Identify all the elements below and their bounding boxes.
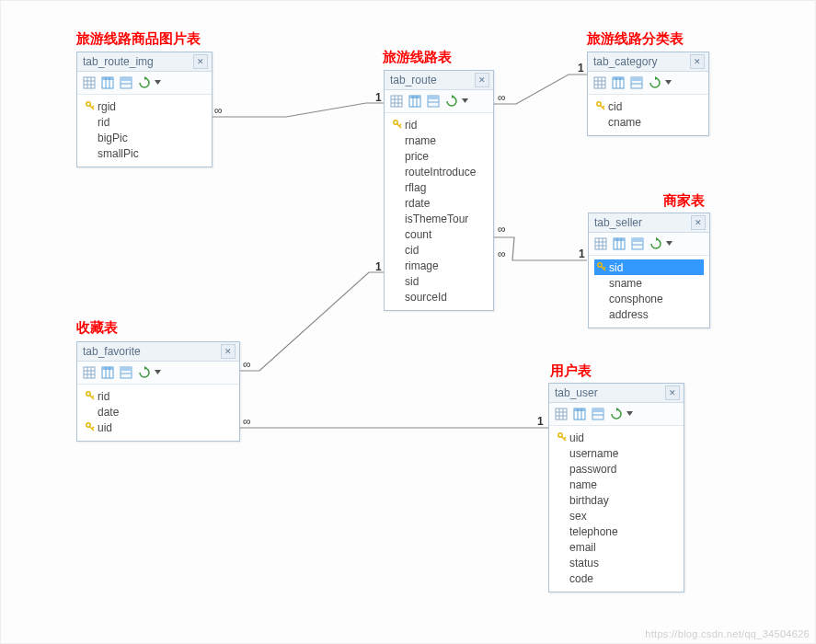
field-row[interactable]: rname	[390, 132, 488, 148]
columns-icon[interactable]	[407, 93, 423, 109]
field-name: address	[609, 308, 649, 321]
grid-icon[interactable]	[388, 93, 405, 109]
field-row[interactable]: sid	[390, 273, 488, 289]
close-icon[interactable]: ✕	[475, 73, 489, 87]
field-name: rimage	[405, 259, 439, 272]
grid-icon[interactable]	[592, 236, 609, 252]
field-name: status	[569, 557, 599, 569]
entity-titlebar[interactable]: tab_user✕	[549, 384, 684, 403]
entity-user[interactable]: tab_user✕uidusernamepasswordnamebirthday…	[548, 383, 684, 592]
field-row[interactable]: uid	[555, 430, 678, 445]
dropdown-arrow-icon[interactable]	[155, 75, 161, 89]
field-row[interactable]: password	[555, 461, 678, 477]
dropdown-arrow-icon[interactable]	[626, 406, 633, 420]
card-route-many-cat: ∞	[498, 91, 506, 104]
entity-favorite[interactable]: tab_favorite✕riddateuid	[76, 341, 240, 442]
close-icon[interactable]: ✕	[665, 385, 680, 400]
entity-route[interactable]: tab_route✕ridrnamepricerouteIntroducerfl…	[384, 70, 494, 311]
table-icon[interactable]	[118, 364, 134, 381]
field-row[interactable]: price	[390, 148, 488, 164]
refresh-icon[interactable]	[136, 364, 153, 381]
field-row[interactable]: sex	[555, 508, 678, 523]
entity-seller[interactable]: tab_seller✕sidsnameconsphoneaddress	[588, 213, 710, 328]
field-row[interactable]: routeIntroduce	[390, 164, 488, 179]
field-row[interactable]: cname	[593, 114, 703, 130]
close-icon[interactable]: ✕	[193, 54, 208, 69]
field-name: rname	[405, 134, 436, 147]
entity-titlebar[interactable]: tab_route✕	[385, 71, 493, 90]
refresh-icon[interactable]	[648, 236, 664, 252]
entity-fields: rgidridbigPicsmallPic	[77, 95, 212, 167]
close-icon[interactable]: ✕	[221, 344, 236, 359]
field-row[interactable]: smallPic	[83, 145, 206, 161]
dropdown-arrow-icon[interactable]	[155, 364, 161, 379]
entity-titlebar[interactable]: tab_category✕	[588, 52, 708, 72]
field-row[interactable]: username	[555, 445, 678, 461]
field-row[interactable]: date	[83, 404, 234, 420]
field-row[interactable]: sname	[594, 275, 704, 291]
table-icon[interactable]	[425, 93, 442, 109]
svg-rect-34	[594, 77, 605, 88]
field-row[interactable]: telephone	[555, 523, 678, 539]
field-row[interactable]: rdate	[390, 195, 488, 211]
field-row[interactable]: address	[594, 306, 704, 322]
field-row[interactable]: code	[555, 570, 678, 586]
entity-titlebar[interactable]: tab_seller✕	[589, 213, 709, 233]
entity-titlebar[interactable]: tab_route_img✕	[77, 52, 212, 72]
columns-icon[interactable]	[99, 364, 116, 381]
field-row[interactable]: sid	[594, 259, 704, 275]
columns-icon[interactable]	[571, 406, 588, 422]
dropdown-arrow-icon[interactable]	[666, 236, 672, 250]
entity-route-img[interactable]: tab_route_img✕rgidridbigPicsmallPic	[76, 52, 213, 167]
table-icon[interactable]	[590, 406, 606, 422]
field-row[interactable]: cid	[390, 242, 488, 258]
close-icon[interactable]: ✕	[691, 215, 706, 230]
refresh-icon[interactable]	[647, 75, 663, 91]
close-icon[interactable]: ✕	[690, 54, 705, 69]
field-row[interactable]: rimage	[390, 258, 488, 273]
table-icon[interactable]	[118, 75, 134, 91]
refresh-icon[interactable]	[443, 93, 460, 109]
field-row[interactable]: consphone	[594, 291, 704, 306]
refresh-icon[interactable]	[608, 406, 625, 422]
field-row[interactable]: bigPic	[83, 130, 206, 145]
field-name: code	[569, 572, 593, 585]
grid-icon[interactable]	[81, 75, 98, 91]
refresh-icon[interactable]	[136, 75, 153, 91]
field-row[interactable]: status	[555, 555, 678, 570]
field-row[interactable]: isThemeTour	[390, 211, 488, 226]
svg-rect-98	[592, 408, 603, 412]
field-row[interactable]: uid	[83, 420, 234, 435]
field-row[interactable]: birthday	[555, 492, 678, 508]
columns-icon[interactable]	[611, 236, 627, 252]
columns-icon[interactable]	[99, 75, 116, 91]
caption-category: 旅游线路分类表	[587, 30, 684, 48]
columns-icon[interactable]	[610, 75, 626, 91]
field-row[interactable]: rid	[390, 117, 488, 132]
field-row[interactable]: rflag	[390, 179, 488, 195]
dropdown-arrow-icon[interactable]	[665, 75, 672, 89]
dropdown-arrow-icon[interactable]	[462, 93, 468, 108]
entity-titlebar[interactable]: tab_favorite✕	[77, 342, 239, 362]
grid-icon[interactable]	[81, 364, 98, 381]
field-row[interactable]: count	[390, 226, 488, 242]
field-row[interactable]: sourceId	[390, 289, 488, 305]
field-row[interactable]: email	[555, 539, 678, 555]
field-row[interactable]: rid	[83, 114, 206, 130]
field-row[interactable]: name	[555, 477, 678, 492]
table-icon[interactable]	[628, 75, 645, 91]
svg-line-104	[564, 437, 566, 439]
svg-rect-68	[84, 367, 95, 378]
entity-category[interactable]: tab_category✕cidcname	[587, 52, 709, 136]
field-row[interactable]: cid	[593, 98, 703, 114]
card-route-one-left: 1	[375, 91, 382, 104]
svg-marker-13	[155, 80, 161, 85]
svg-rect-0	[84, 77, 95, 88]
grid-icon[interactable]	[553, 406, 569, 422]
table-icon[interactable]	[629, 236, 646, 252]
field-row[interactable]: rgid	[83, 98, 206, 114]
grid-icon[interactable]	[592, 75, 608, 91]
entity-fields: riddateuid	[77, 385, 239, 441]
svg-line-16	[92, 106, 94, 108]
field-row[interactable]: rid	[83, 388, 234, 404]
